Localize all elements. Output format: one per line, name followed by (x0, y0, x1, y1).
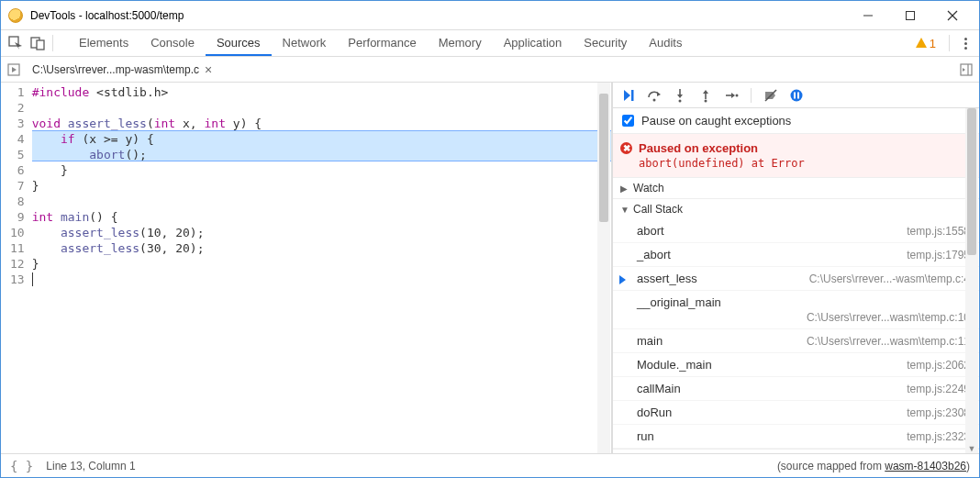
debugger-panel: Pause on caught exceptions ✖ Paused on e… (612, 83, 979, 453)
resume-button[interactable] (620, 87, 637, 104)
callstack-frame[interactable]: doRuntemp.js:2308 (613, 401, 979, 425)
callstack-frame[interactable]: __original_mainC:\Users\rrever...wasm\te… (613, 291, 979, 329)
frame-location[interactable]: temp.js:2249 (907, 383, 970, 395)
pause-on-caught-option[interactable]: Pause on caught exceptions (613, 108, 979, 134)
code-editor[interactable]: 12345678910111213 #include <stdlib.h>voi… (1, 83, 612, 453)
tab-security[interactable]: Security (573, 30, 638, 56)
chevron-down-icon: ▼ (620, 205, 629, 215)
kebab-menu-icon[interactable] (957, 38, 974, 50)
svg-rect-20 (794, 92, 796, 98)
svg-rect-21 (797, 92, 799, 98)
svg-point-11 (653, 98, 656, 101)
watch-label: Watch (633, 182, 664, 195)
callstack-frame[interactable]: assert_lessC:\Users\rrever...-wasm\temp.… (613, 267, 979, 291)
svg-rect-8 (961, 64, 972, 75)
inspect-element-icon[interactable] (6, 34, 25, 52)
close-tab-icon[interactable]: × (205, 63, 212, 76)
frame-location[interactable]: temp.js:2323 (907, 430, 970, 443)
callstack-section: ▼Call Stack aborttemp.js:1558_aborttemp.… (613, 199, 979, 450)
source-mapped-info: (source mapped from wasm-81403b26) (777, 460, 970, 472)
code-area[interactable]: #include <stdlib.h>void assert_less(int … (32, 83, 611, 453)
exception-title: Paused on exception (639, 141, 970, 155)
devtools-icon (8, 8, 23, 23)
tab-sources[interactable]: Sources (206, 30, 272, 56)
frame-name: assert_less (637, 272, 809, 285)
frame-location[interactable]: C:\Users\rrever...wasm\temp.c:10 (807, 311, 970, 324)
braces-icon[interactable]: { } (10, 459, 33, 473)
window-titlebar: DevTools - localhost:5000/temp (1, 1, 979, 29)
file-tab-bar: C:\Users\rrever...mp-wasm\temp.c × (1, 57, 979, 83)
tab-application[interactable]: Application (493, 30, 574, 56)
watch-section[interactable]: ▶Watch (613, 178, 979, 199)
step-button[interactable] (723, 87, 740, 104)
step-out-button[interactable] (697, 87, 714, 104)
step-over-button[interactable] (646, 87, 663, 104)
mapped-link[interactable]: wasm-81403b26 (885, 460, 966, 472)
tab-memory[interactable]: Memory (428, 30, 493, 56)
callstack-frame[interactable]: callMaintemp.js:2249 (613, 377, 979, 401)
svg-rect-1 (907, 11, 915, 19)
pause-on-caught-label: Pause on caught exceptions (641, 114, 791, 128)
file-tab[interactable]: C:\Users\rrever...mp-wasm\temp.c × (28, 57, 216, 82)
frame-name: doRun (637, 406, 907, 419)
close-button[interactable] (931, 2, 974, 29)
callstack-frame[interactable]: aborttemp.js:1558 (613, 219, 979, 243)
frame-location[interactable]: C:\Users\rrever...wasm\temp.c:11 (807, 335, 970, 348)
main-toolbar: ElementsConsoleSourcesNetworkPerformance… (1, 29, 979, 57)
svg-rect-6 (37, 40, 44, 50)
chevron-right-icon: ▶ (620, 183, 629, 194)
frame-location[interactable]: temp.js:2062 (907, 359, 970, 372)
navigator-toggle-icon[interactable] (959, 62, 974, 77)
frame-location[interactable]: temp.js:1558 (907, 225, 970, 238)
tab-audits[interactable]: Audits (638, 30, 693, 56)
status-bar: { } Line 13, Column 1 (source mapped fro… (1, 453, 979, 477)
line-gutter: 12345678910111213 (1, 83, 32, 453)
svg-point-19 (791, 89, 803, 101)
panel-scrollbar[interactable]: ▲ ▼ (965, 108, 978, 453)
tab-network[interactable]: Network (272, 30, 338, 56)
warnings-count: 1 (930, 37, 936, 50)
tab-performance[interactable]: Performance (337, 30, 427, 56)
step-into-button[interactable] (672, 87, 688, 104)
callstack-frame[interactable]: runtemp.js:2323 (613, 425, 979, 449)
pause-on-exceptions-button[interactable] (788, 87, 805, 104)
callstack-frame[interactable]: Module._maintemp.js:2062 (613, 353, 979, 377)
error-icon: ✖ (620, 142, 632, 154)
frame-location[interactable]: temp.js:2308 (907, 406, 970, 419)
exception-detail: abort(undefined) at Error (639, 157, 970, 170)
svg-rect-10 (631, 90, 634, 101)
cursor-position: Line 13, Column 1 (46, 460, 135, 472)
maximize-button[interactable] (889, 2, 931, 29)
callstack-frame[interactable]: mainC:\Users\rrever...wasm\temp.c:11 (613, 329, 979, 353)
callstack-label: Call Stack (633, 203, 683, 216)
run-snippet-icon[interactable] (6, 62, 21, 77)
svg-point-17 (736, 94, 739, 96)
minimize-button[interactable] (847, 2, 889, 29)
tab-elements[interactable]: Elements (68, 30, 139, 56)
frame-location[interactable]: C:\Users\rrever...-wasm\temp.c:4 (809, 272, 970, 285)
tab-console[interactable]: Console (139, 30, 206, 56)
svg-point-15 (705, 99, 707, 102)
pause-on-caught-checkbox[interactable] (622, 115, 634, 127)
callstack-frame[interactable]: _aborttemp.js:1795 (613, 243, 979, 267)
panel-tabs: ElementsConsoleSourcesNetworkPerformance… (68, 30, 693, 56)
debugger-toolbar (613, 83, 979, 108)
window-title: DevTools - localhost:5000/temp (30, 9, 847, 22)
frame-name: __original_main (637, 295, 721, 309)
frame-location[interactable]: temp.js:1795 (907, 249, 970, 261)
file-path: C:\Users\rrever...mp-wasm\temp.c (32, 63, 199, 76)
frame-name: callMain (637, 382, 907, 395)
frame-name: _abort (637, 248, 907, 261)
frame-name: abort (637, 224, 907, 238)
frame-name: Module._main (637, 358, 907, 372)
deactivate-breakpoints-button[interactable] (763, 87, 779, 104)
device-toggle-icon[interactable] (28, 34, 47, 52)
frame-name: main (637, 334, 807, 348)
warnings-badge[interactable]: 1 (915, 37, 936, 50)
frame-name: run (637, 429, 907, 443)
callstack-header[interactable]: ▼Call Stack (613, 199, 979, 219)
svg-point-13 (679, 99, 682, 102)
exception-banner: ✖ Paused on exception abort(undefined) a… (613, 134, 979, 178)
editor-scrollbar[interactable] (597, 83, 610, 453)
